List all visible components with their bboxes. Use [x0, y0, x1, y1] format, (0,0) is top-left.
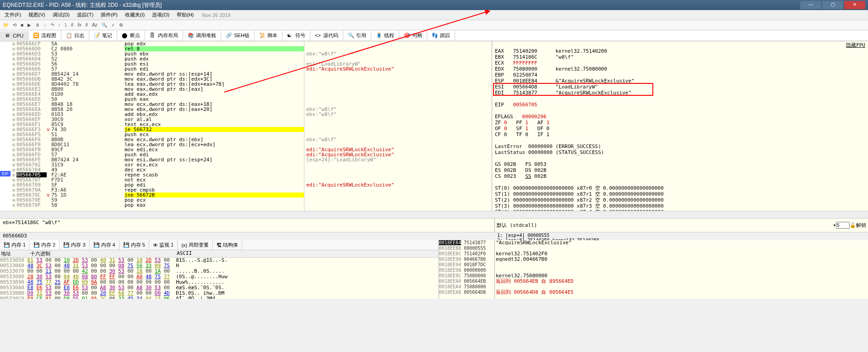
tool-hash-icon[interactable]: # — [70, 22, 75, 28]
tool-run-icon[interactable]: ▶ — [26, 22, 33, 28]
tab-cpu[interactable]: 🖥CPU — [0, 31, 28, 40]
tab-bp[interactable]: ⬤断点 — [117, 31, 145, 40]
trace-icon: 👣 — [432, 33, 438, 39]
reg-ecx[interactable]: ECX FFFFFFFF — [495, 60, 865, 66]
stack-row[interactable]: 0018EEA4 75080000 — [439, 284, 494, 290]
locals-tab[interactable]: (x)局部变量 — [178, 240, 213, 250]
tool-stepout-icon[interactable]: ↑ — [57, 22, 62, 28]
reg-esp[interactable]: ESP 0018EE84 &"AcquireSRWLockExclusive" — [495, 78, 865, 84]
reg-edi[interactable]: EDI 75143877 "AcquireSRWLockExclusive" — [495, 90, 865, 96]
stack-row[interactable]: 0018EE88 00000555 — [439, 246, 494, 251]
maximize-button[interactable]: ▢ — [822, 1, 843, 9]
menu-trace[interactable]: 追踪(T) — [74, 11, 96, 19]
tab-trace[interactable]: 👣跟踪 — [427, 31, 455, 40]
menu-debug[interactable]: 调试(D) — [50, 11, 72, 19]
hints-panel: ebx:"w8\f"esi:"LoadLibraryW"edi:"Acquire… — [304, 41, 492, 211]
stack-panel[interactable]: 0018EE84 751438770018EE88 000005550018EE… — [439, 240, 494, 299]
hscroll[interactable] — [0, 211, 868, 218]
callconv-label[interactable]: 默认 (stdcall) — [497, 222, 833, 229]
sym-icon: ☯ — [287, 33, 293, 39]
tool-gear-icon[interactable]: ⚙ — [118, 22, 125, 28]
stack-row[interactable]: 0018EE90 004667B0 — [439, 257, 494, 262]
tool-skip-icon[interactable]: ⤵ — [63, 22, 68, 28]
bp-icon: ⬤ — [122, 33, 128, 39]
tab-sym[interactable]: ☯符号 — [282, 31, 310, 40]
menu-view[interactable]: 视图(V) — [26, 11, 48, 19]
tab-script[interactable]: 📜脚本 — [255, 31, 282, 40]
watch-tab-1[interactable]: 👁监视 1 — [149, 240, 178, 250]
tool-fx-icon[interactable]: fx — [76, 22, 83, 28]
menu-help[interactable]: 帮助(H) — [174, 11, 196, 19]
dump-hdr-hex: 十六进制 — [30, 250, 177, 257]
tool-restart-icon[interactable]: ⟲ — [11, 22, 18, 28]
stack-row[interactable]: 0018EE98 00000000 — [439, 268, 494, 273]
tool-stepover-icon[interactable]: ↷ — [49, 22, 55, 28]
reg-ebp[interactable]: EBP 02250074 — [495, 72, 865, 78]
tool-stop-icon[interactable]: ■ — [19, 22, 25, 28]
reg-eax[interactable]: EAX 75140200 kernel32.75140200 — [495, 48, 865, 54]
menu-file[interactable]: 文件(F) — [2, 11, 24, 19]
tool-hash2-icon[interactable]: # — [84, 22, 89, 28]
dump-panel[interactable]: 💾内存 1 💾内存 2 💾内存 3 💾内存 4 💾内存 5 👁监视 1 (x)局… — [0, 240, 439, 299]
minimize-button[interactable]: — — [800, 1, 821, 9]
stack-row[interactable]: 0018EEA0 005664EB — [439, 279, 494, 284]
tool-az-icon[interactable]: Az — [91, 22, 99, 28]
arg-count-input[interactable] — [836, 222, 850, 229]
dump-tab-1[interactable]: 💾内存 1 — [0, 240, 30, 250]
tool-search-icon[interactable]: 🔍 — [100, 22, 108, 28]
tab-handle[interactable]: 🎯句柄 — [399, 31, 427, 40]
tool-folder-icon[interactable]: 📁 — [2, 22, 10, 28]
close-button[interactable]: ✕ — [844, 1, 865, 9]
flow-icon: 🔀 — [33, 33, 39, 39]
dump-hdr-addr: 地址 — [0, 250, 30, 257]
tool-check-icon[interactable]: ✓ — [110, 22, 116, 28]
stack-row[interactable]: 0018EEA8 005664D8 — [439, 290, 494, 295]
callconv-dropdown-icon[interactable]: ▾ — [833, 222, 836, 228]
stack-row[interactable]: 0018EE8C 751402F0 — [439, 251, 494, 257]
menu-plugins[interactable]: 插件(P) — [98, 11, 120, 19]
stack-row[interactable]: 0018EE84 75143877 — [439, 240, 494, 246]
tab-ref[interactable]: 🔍引用 — [343, 31, 371, 40]
view-tabs: 🖥CPU 🔀流程图 📋日志 📝笔记 ⬤断点 🗄内存布局 📚调用堆栈 🔗SEH链 … — [0, 30, 868, 41]
tool-pause-icon[interactable]: ⏸ — [34, 22, 41, 28]
notes-icon: 📝 — [94, 33, 100, 39]
struct-tab[interactable]: 🏗结构体 — [213, 240, 242, 250]
eflags-label: EFLAGS — [495, 114, 522, 120]
disasm-row[interactable]: ●0056670F 58pop eax — [11, 203, 304, 208]
reg-esi[interactable]: ESI 005664D8 "LoadLibraryW" — [495, 84, 865, 90]
toolbar: 📁 ⟲ ■ ▶ ⏸ ↓ ↷ ↑ ⤵ # fx # Az 🔍 ✓ ⚙ — [0, 20, 868, 30]
tool-stepinto-icon[interactable]: ↓ — [43, 22, 48, 28]
tab-log[interactable]: 📋日志 — [61, 31, 89, 40]
tab-src[interactable]: <>源代码 — [310, 31, 343, 40]
stack-callconv: 默认 (stdcall) ▾ 🔓 解锁 — [494, 218, 868, 232]
dump-row[interactable]: 005330C0 F0 CE 91 00 D8 D5 01 0A 7C 00 3… — [0, 296, 439, 299]
titlebar: EQNEDT32.EXE - PID: A58 - 线程: 主线程 2D0 - … — [0, 0, 868, 10]
flags-row-1: OF 0 SF 1 DF 0 — [495, 126, 865, 132]
ebx-info: ebx=7514186C "w8\f" — [3, 220, 492, 226]
registers-panel[interactable]: 隐藏FPU EAX 75140200 kernel32.75140200EBX … — [492, 41, 868, 211]
fpu-toggle[interactable]: 隐藏FPU — [846, 42, 865, 48]
tab-notes[interactable]: 📝笔记 — [89, 31, 117, 40]
seh-icon: 🔗 — [226, 33, 232, 39]
tab-seh[interactable]: 🔗SEH链 — [221, 31, 255, 40]
menu-options[interactable]: 选项(O) — [149, 11, 172, 19]
disassembly-panel[interactable]: ●005666CF 5Apop edx●005666D0 C2 0800ret … — [11, 41, 304, 211]
statusbar: 005666D3 1: [esp+4] 000005552: [esp+8] 7… — [0, 232, 868, 240]
tab-thread[interactable]: 🧵线程 — [371, 31, 399, 40]
eip-badge: EIP — [0, 171, 11, 176]
dump-tab-4[interactable]: 💾内存 4 — [90, 240, 119, 250]
tab-flow[interactable]: 🔀流程图 — [28, 31, 61, 40]
stack-row[interactable]: 0018EE94 0018F7DC — [439, 262, 494, 268]
reg-ebx[interactable]: EBX 7514186C "w8\f" — [495, 54, 865, 60]
dump-tab-3[interactable]: 💾内存 3 — [60, 240, 89, 250]
stack-comment-panel[interactable]: "AcquireSRWLockExclusive"kernel32.751402… — [494, 240, 868, 299]
dump-tab-5[interactable]: 💾内存 5 — [119, 240, 149, 250]
dump-tab-2[interactable]: 💾内存 2 — [30, 240, 60, 250]
tab-mem[interactable]: 🗄内存布局 — [145, 31, 183, 40]
reg-edx[interactable]: EDX 75080000 kernel32.75080000 — [495, 66, 865, 72]
lock-icon[interactable]: 🔓 — [850, 222, 856, 228]
menu-fav[interactable]: 收藏夹(I) — [122, 11, 147, 19]
tab-call[interactable]: 📚调用堆栈 — [183, 31, 221, 40]
log-icon: 📋 — [66, 33, 72, 39]
stack-row[interactable]: 0018EE9C 75080000 — [439, 273, 494, 279]
